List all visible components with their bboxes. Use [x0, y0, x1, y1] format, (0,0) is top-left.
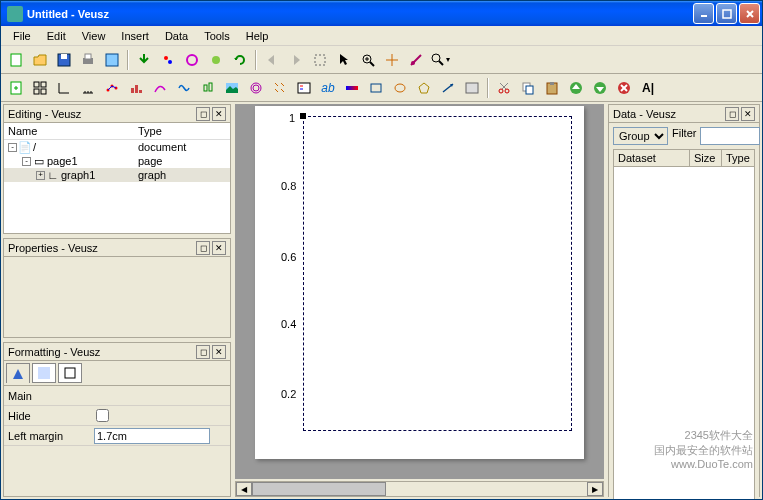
menu-edit[interactable]: Edit: [39, 28, 74, 44]
reset-zoom-icon[interactable]: [405, 49, 427, 71]
graph-frame[interactable]: [303, 116, 572, 431]
menu-file[interactable]: File: [5, 28, 39, 44]
menu-view[interactable]: View: [74, 28, 114, 44]
format-tab-background[interactable]: [32, 363, 56, 383]
add-xy-icon[interactable]: [101, 77, 123, 99]
rename-icon[interactable]: A|: [637, 77, 659, 99]
horizontal-scrollbar[interactable]: ◀ ▶: [235, 481, 604, 497]
recenter-icon[interactable]: [381, 49, 403, 71]
save-icon[interactable]: [53, 49, 75, 71]
format-tab-main[interactable]: [6, 363, 30, 383]
new-document-icon[interactable]: [5, 49, 27, 71]
close-panel-icon[interactable]: ✕: [212, 345, 226, 359]
svg-rect-73: [38, 367, 50, 379]
menu-data[interactable]: Data: [157, 28, 196, 44]
add-boxplot-icon[interactable]: [197, 77, 219, 99]
add-fit-icon[interactable]: [149, 77, 171, 99]
add-line-icon[interactable]: [437, 77, 459, 99]
delete-icon[interactable]: [613, 77, 635, 99]
svg-rect-28: [41, 82, 46, 87]
group-select[interactable]: Group: [613, 127, 668, 145]
add-graph-icon[interactable]: [53, 77, 75, 99]
add-vectorfield-icon[interactable]: [269, 77, 291, 99]
add-image-icon[interactable]: [221, 77, 243, 99]
zoom-graph-icon[interactable]: [357, 49, 379, 71]
add-bar-icon[interactable]: [125, 77, 147, 99]
add-page-icon[interactable]: [5, 77, 27, 99]
svg-line-51: [281, 89, 284, 92]
undock-icon[interactable]: ◻: [196, 107, 210, 121]
undock-icon[interactable]: ◻: [725, 107, 739, 121]
tree-row[interactable]: -▭page1 page: [4, 154, 230, 168]
menu-help[interactable]: Help: [238, 28, 277, 44]
undock-icon[interactable]: ◻: [196, 241, 210, 255]
tree-row[interactable]: +∟graph1 graph: [4, 168, 230, 182]
print-icon[interactable]: [77, 49, 99, 71]
dataset-list[interactable]: Dataset Size Type: [613, 149, 755, 500]
add-label-icon[interactable]: ab: [317, 77, 339, 99]
document-icon: 📄: [19, 141, 31, 153]
hide-checkbox[interactable]: [96, 409, 109, 422]
edit-data-icon[interactable]: [157, 49, 179, 71]
add-imagefile-icon[interactable]: [461, 77, 483, 99]
zoom-select-icon[interactable]: [309, 49, 331, 71]
page-icon: ▭: [33, 155, 45, 167]
svg-line-23: [439, 61, 443, 65]
tree-toggle-icon[interactable]: +: [36, 171, 45, 180]
left-margin-input[interactable]: [94, 428, 210, 444]
add-polygon-icon[interactable]: [413, 77, 435, 99]
svg-rect-74: [65, 368, 75, 378]
zoom-dropdown-icon[interactable]: ▾: [429, 49, 451, 71]
page-view[interactable]: 1 0.8 0.6 0.4 0.2: [255, 106, 584, 459]
next-page-icon[interactable]: [285, 49, 307, 71]
add-axis-icon[interactable]: [77, 77, 99, 99]
menu-insert[interactable]: Insert: [113, 28, 157, 44]
add-contour-icon[interactable]: [245, 77, 267, 99]
add-rect-icon[interactable]: [365, 77, 387, 99]
svg-rect-56: [371, 84, 381, 92]
pointer-icon[interactable]: [333, 49, 355, 71]
filter-icon[interactable]: [205, 49, 227, 71]
scroll-left-icon[interactable]: ◀: [236, 482, 252, 496]
col-size: Size: [690, 150, 722, 166]
close-button[interactable]: [739, 3, 760, 24]
add-grid-icon[interactable]: [29, 77, 51, 99]
add-key-icon[interactable]: [293, 77, 315, 99]
maximize-button[interactable]: [716, 3, 737, 24]
add-function-icon[interactable]: [173, 77, 195, 99]
menu-tools[interactable]: Tools: [196, 28, 238, 44]
close-panel-icon[interactable]: ✕: [212, 107, 226, 121]
scroll-thumb[interactable]: [252, 482, 386, 496]
tree-toggle-icon[interactable]: -: [22, 157, 31, 166]
open-icon[interactable]: [29, 49, 51, 71]
minimize-button[interactable]: [693, 3, 714, 24]
canvas[interactable]: 1 0.8 0.6 0.4 0.2: [235, 104, 604, 479]
add-ellipse-icon[interactable]: [389, 77, 411, 99]
titlebar: Untitled - Veusz: [1, 1, 762, 26]
filter-input[interactable]: [700, 127, 760, 145]
menubar: File Edit View Insert Data Tools Help: [1, 26, 762, 46]
import-data-icon[interactable]: [133, 49, 155, 71]
move-up-icon[interactable]: [565, 77, 587, 99]
resize-handle-icon[interactable]: [300, 113, 306, 119]
svg-rect-43: [204, 85, 207, 91]
export-icon[interactable]: [101, 49, 123, 71]
undock-icon[interactable]: ◻: [196, 345, 210, 359]
format-tab-border[interactable]: [58, 363, 82, 383]
svg-rect-40: [131, 88, 134, 93]
close-panel-icon[interactable]: ✕: [212, 241, 226, 255]
svg-rect-67: [550, 82, 554, 85]
copy-icon[interactable]: [517, 77, 539, 99]
scroll-right-icon[interactable]: ▶: [587, 482, 603, 496]
capture-icon[interactable]: [181, 49, 203, 71]
add-colorbar-icon[interactable]: [341, 77, 363, 99]
tree-toggle-icon[interactable]: -: [8, 143, 17, 152]
cut-icon[interactable]: [493, 77, 515, 99]
tree-row[interactable]: -📄/ document: [4, 140, 230, 154]
prev-page-icon[interactable]: [261, 49, 283, 71]
move-down-icon[interactable]: [589, 77, 611, 99]
svg-rect-27: [34, 82, 39, 87]
close-panel-icon[interactable]: ✕: [741, 107, 755, 121]
reload-icon[interactable]: [229, 49, 251, 71]
paste-icon[interactable]: [541, 77, 563, 99]
